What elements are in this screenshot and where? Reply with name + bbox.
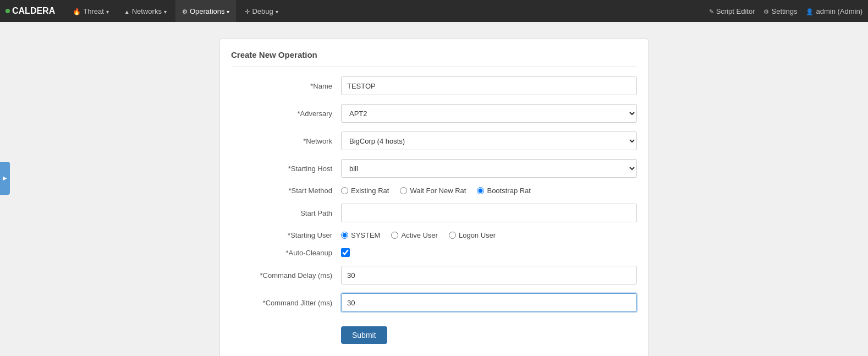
radio-system[interactable]: SYSTEM	[341, 231, 380, 239]
submit-button[interactable]: Submit	[341, 326, 387, 344]
admin-label: admin (Admin)	[816, 7, 862, 15]
brand[interactable]: CALDERA	[6, 6, 55, 16]
adversary-label: *Adversary	[231, 109, 341, 118]
nav-label-networks: Networks	[132, 7, 162, 15]
radio-logon-user-input[interactable]	[449, 232, 456, 239]
chevron-threat	[106, 7, 109, 15]
radio-wait-for-new-rat[interactable]: Wait For New Rat	[400, 187, 466, 195]
settings-link[interactable]: Settings	[763, 7, 797, 15]
radio-existing-rat[interactable]: Existing Rat	[341, 187, 389, 195]
brand-name: CALDERA	[12, 6, 55, 16]
admin-link[interactable]: admin (Admin)	[806, 7, 862, 15]
name-input[interactable]	[341, 76, 637, 95]
network-icon	[124, 7, 130, 15]
nav-label-operations: Operations	[190, 7, 225, 15]
main-content: Create New Operation *Name *Adversary AP…	[0, 22, 868, 356]
navbar: CALDERA Threat Networks Operations Debug…	[0, 0, 868, 22]
start-path-label: Start Path	[231, 209, 341, 217]
ops-icon	[182, 7, 188, 15]
start-path-input[interactable]	[341, 204, 637, 222]
command-delay-input[interactable]	[341, 266, 637, 284]
name-row: *Name	[231, 76, 637, 95]
start-method-row: *Start Method Existing Rat Wait For New …	[231, 187, 637, 195]
command-delay-label: *Command Delay (ms)	[231, 271, 341, 280]
radio-bootstrap-rat-input[interactable]	[477, 187, 484, 194]
submit-row: Submit	[231, 321, 637, 344]
chevron-debug	[276, 7, 278, 15]
command-jitter-input[interactable]	[341, 293, 637, 312]
radio-active-user[interactable]: Active User	[391, 231, 437, 239]
nav-item-networks[interactable]: Networks	[118, 0, 173, 22]
form-card: Create New Operation *Name *Adversary AP…	[219, 39, 649, 356]
nav-item-debug[interactable]: Debug	[238, 0, 284, 22]
radio-logon-user[interactable]: Logon User	[449, 231, 496, 239]
starting-host-label: *Starting Host	[231, 165, 341, 173]
chevron-operations	[227, 7, 229, 15]
starting-user-radio-group: SYSTEM Active User Logon User	[341, 231, 496, 239]
radio-system-input[interactable]	[341, 232, 348, 239]
start-method-radio-group: Existing Rat Wait For New Rat Bootstrap …	[341, 187, 531, 195]
nav-item-threat[interactable]: Threat	[66, 0, 116, 22]
nav-label-threat: Threat	[83, 7, 104, 15]
debug-icon	[245, 7, 250, 15]
radio-existing-rat-input[interactable]	[341, 187, 348, 194]
settings-label: Settings	[771, 7, 797, 15]
script-icon	[709, 7, 714, 15]
start-path-row: Start Path	[231, 204, 637, 222]
radio-bootstrap-rat-label: Bootstrap Rat	[487, 187, 531, 195]
starting-host-row: *Starting Host bill	[231, 159, 637, 178]
radio-active-user-label: Active User	[401, 231, 437, 239]
name-label: *Name	[231, 82, 341, 90]
script-editor-label: Script Editor	[716, 7, 755, 15]
starting-user-row: *Starting User SYSTEM Active User Logon …	[231, 231, 637, 239]
radio-logon-user-label: Logon User	[459, 231, 496, 239]
radio-wait-for-new-rat-input[interactable]	[400, 187, 407, 194]
nav-item-operations[interactable]: Operations	[175, 0, 237, 22]
auto-cleanup-row: *Auto-Cleanup	[231, 248, 637, 257]
auto-cleanup-checkbox[interactable]	[341, 248, 350, 257]
radio-active-user-input[interactable]	[391, 232, 398, 239]
network-select[interactable]: BigCorp (4 hosts)	[341, 132, 637, 150]
settings-icon	[763, 7, 769, 15]
radio-system-label: SYSTEM	[351, 231, 380, 239]
user-icon	[806, 7, 814, 15]
auto-cleanup-checkbox-wrapper	[341, 248, 350, 257]
auto-cleanup-label: *Auto-Cleanup	[231, 249, 341, 257]
chevron-networks	[164, 7, 167, 15]
radio-wait-for-new-rat-label: Wait For New Rat	[410, 187, 466, 195]
radio-existing-rat-label: Existing Rat	[351, 187, 389, 195]
script-editor-link[interactable]: Script Editor	[709, 7, 755, 15]
form-title: Create New Operation	[231, 50, 637, 67]
command-jitter-row: *Command Jitter (ms)	[231, 293, 637, 312]
nav-label-debug: Debug	[252, 7, 273, 15]
network-label: *Network	[231, 137, 341, 145]
brand-dot	[6, 9, 10, 13]
network-row: *Network BigCorp (4 hosts)	[231, 132, 637, 150]
nav-items: Threat Networks Operations Debug	[66, 0, 708, 22]
starting-host-select[interactable]: bill	[341, 159, 637, 178]
command-delay-row: *Command Delay (ms)	[231, 266, 637, 284]
starting-user-label: *Starting User	[231, 231, 341, 239]
sidebar-tab[interactable]: ▶	[0, 162, 10, 195]
start-method-label: *Start Method	[231, 187, 341, 195]
nav-right: Script Editor Settings admin (Admin)	[709, 7, 862, 15]
adversary-select[interactable]: APT2	[341, 104, 637, 123]
flame-icon	[73, 7, 81, 15]
adversary-row: *Adversary APT2	[231, 104, 637, 123]
radio-bootstrap-rat[interactable]: Bootstrap Rat	[477, 187, 531, 195]
command-jitter-label: *Command Jitter (ms)	[231, 299, 341, 307]
